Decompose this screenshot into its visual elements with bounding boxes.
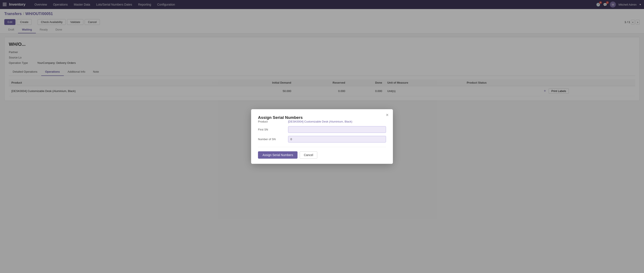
modal-overlay[interactable]: Assign Serial Numbers × Product [DESK000…	[0, 0, 644, 104]
